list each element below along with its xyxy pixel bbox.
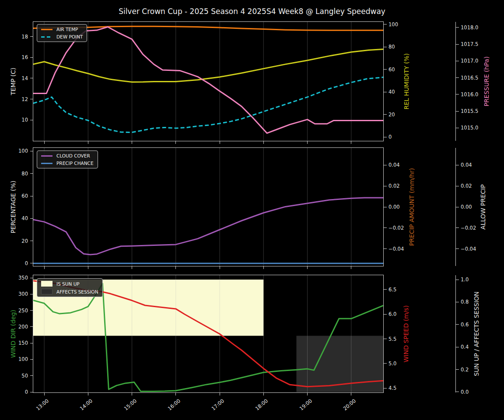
y-tick-label: −0.02: [461, 225, 476, 231]
x-tick: [132, 266, 132, 269]
cloud-cover-line-swatch: [41, 155, 52, 157]
y-tick-label: 50: [3, 373, 28, 379]
y-tick-label: 5.0: [388, 360, 396, 367]
y-tick-label: 100: [3, 356, 28, 362]
y-tick: [30, 392, 33, 392]
y-tick: [30, 241, 33, 241]
x-tick: [44, 141, 45, 144]
y-tick-label: 0.8: [461, 299, 469, 305]
y-tick: [384, 69, 387, 70]
x-tick-label-text: 14:00: [79, 398, 94, 412]
y-tick-label: 200: [3, 324, 28, 330]
x-tick: [132, 393, 132, 396]
y-tick: [456, 94, 459, 94]
y-tick: [30, 57, 33, 58]
x-tick: [175, 141, 176, 144]
figure-title: Silver Crown Cup - 2025 Season 4 2025S4 …: [0, 7, 504, 16]
y-tick: [30, 36, 33, 37]
y-tick-label: 1015.5: [461, 108, 478, 114]
y-tick: [456, 186, 459, 186]
y-tick-label: 1016.0: [461, 91, 478, 98]
x-tick: [307, 393, 308, 396]
secondary-axis-spine: [455, 275, 456, 392]
legend-label: DEW POINT: [56, 34, 83, 39]
legend-label: PRECIP CHANCE: [56, 161, 94, 166]
x-tick: [175, 393, 176, 396]
legend-label: AIR TEMP: [56, 27, 78, 32]
y-tick-label: 1017.5: [461, 41, 478, 47]
y-tick: [384, 186, 387, 186]
x-tick: [88, 266, 88, 269]
legend-item-is-sun-up: IS SUN UP: [41, 281, 98, 287]
precip-chance-line-swatch: [41, 163, 52, 164]
x-tick: [351, 141, 351, 144]
y-tick: [456, 207, 459, 207]
y-tick: [30, 173, 33, 174]
x-tick: [263, 141, 264, 144]
y-tick-label: 0.6: [461, 322, 469, 328]
band-affects-session: [297, 336, 384, 392]
y-tick: [30, 263, 33, 263]
y-tick: [30, 218, 33, 219]
y-tick-label: 80: [3, 171, 28, 177]
y-tick-label: −0.02: [388, 225, 404, 231]
y-tick-label: −0.04: [461, 246, 476, 252]
y-tick-label: 40: [3, 215, 28, 221]
y-tick-label: 100: [3, 148, 28, 154]
y-tick: [30, 151, 33, 151]
secondary-axis-spine: [455, 22, 456, 141]
dew-point-series: [33, 77, 383, 133]
y-tick: [384, 92, 387, 92]
y-tick-label: 60: [3, 193, 28, 199]
dew-point-line-swatch: [41, 36, 52, 38]
y-tick: [30, 326, 33, 327]
y-tick: [456, 128, 459, 128]
legend-item-dew-point: DEW POINT: [41, 34, 83, 39]
sun-up-axis-title: SUN UP / AFFECTS SESSION: [472, 273, 480, 395]
y-tick-label: 1018.0: [461, 24, 478, 31]
y-tick-label: 350: [3, 275, 28, 281]
x-tick: [88, 141, 88, 144]
y-tick-label: 0.4: [461, 344, 469, 350]
y-tick: [30, 310, 33, 311]
y-tick: [30, 196, 33, 196]
y-tick-label: 1017.0: [461, 58, 478, 64]
y-tick-label: 0.02: [388, 183, 400, 189]
y-tick-label: 6.5: [388, 287, 396, 293]
allow-precip-axis-title: ALLOW PRECIP: [479, 146, 487, 268]
y-tick-label: 40: [388, 89, 395, 95]
y-tick-label: 1015.0: [461, 125, 478, 131]
y-tick: [384, 248, 387, 249]
y-tick-label: 100: [388, 21, 398, 28]
y-tick: [384, 165, 387, 165]
y-tick-label: 250: [3, 308, 28, 314]
y-tick: [456, 111, 459, 112]
y-tick-label: 150: [3, 340, 28, 346]
legend-label: CLOUD COVER: [56, 153, 90, 158]
y-tick: [384, 388, 387, 388]
x-tick-label-text: 18:00: [254, 398, 269, 412]
y-tick-label: 0: [3, 260, 28, 266]
y-tick-label: 0.00: [461, 204, 472, 210]
y-tick-label: 16: [3, 54, 28, 60]
y-tick-label: 10: [3, 117, 28, 123]
y-tick: [384, 207, 387, 207]
temperature-legend: AIR TEMP DEW POINT: [37, 24, 87, 42]
x-tick-label-text: 16:00: [166, 398, 181, 412]
x-tick: [44, 393, 45, 396]
y-tick: [30, 278, 33, 278]
y-tick-label: 0.04: [461, 162, 472, 168]
y-tick-label: 0.02: [461, 183, 472, 189]
x-tick: [44, 266, 45, 269]
y-tick-label: 12: [3, 96, 28, 102]
y-tick-label: 0.00: [388, 204, 400, 210]
x-tick: [220, 393, 220, 396]
y-tick-label: 14: [3, 75, 28, 81]
x-tick: [351, 266, 351, 269]
y-tick-label: 0.04: [388, 162, 400, 168]
y-tick: [30, 375, 33, 376]
y-tick: [30, 359, 33, 360]
y-tick: [30, 120, 33, 120]
y-tick: [384, 137, 387, 137]
cloud-cover-series: [33, 198, 383, 255]
